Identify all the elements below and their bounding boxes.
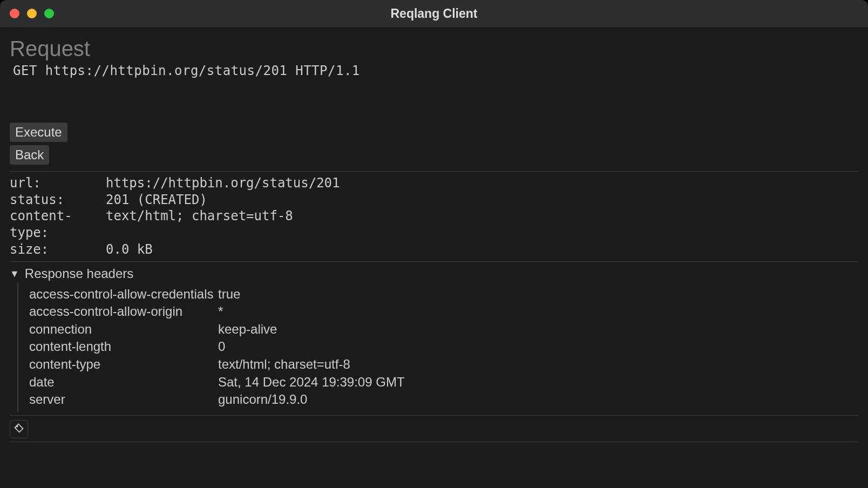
minimize-window-button[interactable] (27, 9, 37, 18)
header-row: content-length0 (29, 338, 858, 356)
summary-status-value: 201 (CREATED) (106, 192, 207, 208)
titlebar: Reqlang Client (0, 0, 868, 27)
header-row: servergunicorn/19.9.0 (29, 391, 858, 409)
header-key: content-type (29, 356, 218, 374)
summary-size-label: size: (10, 241, 106, 258)
content-area: Request GET https://httpbin.org/status/2… (0, 27, 868, 442)
header-key: access-control-allow-origin (29, 303, 218, 321)
summary-url-label: url: (10, 175, 106, 192)
response-headers-list: access-control-allow-credentialstrueacce… (17, 282, 858, 412)
header-value: Sat, 14 Dec 2024 19:39:09 GMT (218, 374, 405, 391)
header-row: dateSat, 14 Dec 2024 19:39:09 GMT (29, 374, 858, 391)
summary-size-value: 0.0 kB (106, 241, 153, 258)
summary-size: size: 0.0 kB (10, 241, 858, 258)
header-key: connection (29, 321, 218, 338)
response-headers-title: Response headers (25, 266, 133, 281)
header-value: 0 (218, 338, 225, 356)
back-button[interactable]: Back (10, 145, 49, 165)
zoom-window-button[interactable] (44, 9, 54, 18)
header-value: true (218, 286, 240, 303)
response-summary: url: https://httpbin.org/status/201 stat… (10, 175, 858, 258)
tag-icon (13, 423, 24, 436)
header-value: text/html; charset=utf-8 (218, 356, 350, 374)
header-row: access-control-allow-origin* (29, 303, 858, 321)
window-title: Reqlang Client (0, 6, 868, 21)
header-row: content-typetext/html; charset=utf-8 (29, 356, 858, 374)
summary-status: status: 201 (CREATED) (10, 192, 858, 208)
tag-button[interactable] (10, 420, 28, 438)
divider (10, 261, 858, 262)
disclosure-triangle-icon: ▼ (10, 268, 19, 280)
execute-button[interactable]: Execute (10, 123, 67, 142)
svg-point-0 (17, 426, 18, 427)
header-key: server (29, 391, 218, 409)
summary-url: url: https://httpbin.org/status/201 (10, 175, 858, 192)
summary-url-value: https://httpbin.org/status/201 (106, 175, 340, 192)
app-window: Reqlang Client Request GET https://httpb… (0, 0, 868, 488)
window-controls (0, 9, 54, 18)
page-title: Request (10, 37, 858, 61)
header-key: access-control-allow-credentials (29, 286, 218, 303)
close-window-button[interactable] (10, 9, 19, 18)
header-row: connectionkeep-alive (29, 321, 858, 338)
header-value: * (218, 303, 223, 321)
divider (10, 171, 858, 172)
header-row: access-control-allow-credentialstrue (29, 286, 858, 303)
divider (10, 442, 858, 442)
summary-content-type-value: text/html; charset=utf-8 (106, 208, 293, 241)
summary-content-type: content-type: text/html; charset=utf-8 (10, 208, 858, 241)
response-headers-toggle[interactable]: ▼ Response headers (10, 265, 858, 282)
header-key: date (29, 374, 218, 391)
action-buttons: Execute Back (10, 123, 858, 168)
summary-content-type-label: content-type: (10, 208, 106, 241)
summary-status-label: status: (10, 192, 106, 208)
header-value: gunicorn/19.9.0 (218, 391, 307, 409)
header-value: keep-alive (218, 321, 277, 338)
response-headers-section: ▼ Response headers access-control-allow-… (10, 265, 858, 412)
divider (10, 415, 858, 416)
request-line: GET https://httpbin.org/status/201 HTTP/… (10, 63, 858, 78)
header-key: content-length (29, 338, 218, 356)
